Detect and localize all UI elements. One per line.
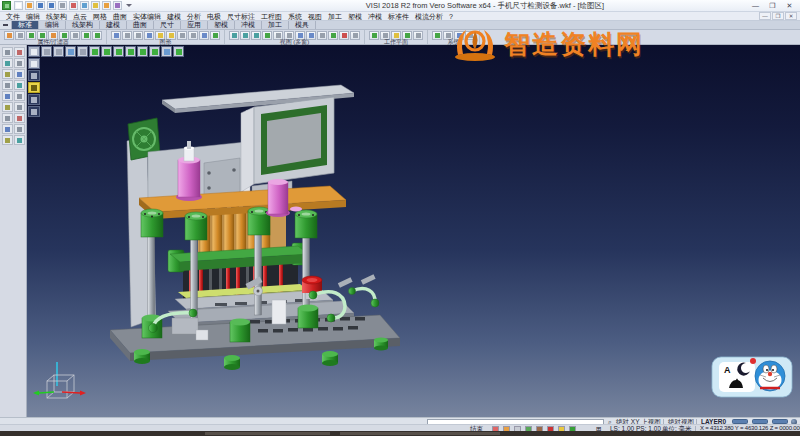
tab-die[interactable]: 冲模 bbox=[235, 21, 262, 29]
wireframe-view-icon[interactable] bbox=[122, 31, 132, 40]
extend-tool-icon[interactable] bbox=[2, 113, 13, 123]
zoom-fit-icon[interactable] bbox=[188, 31, 198, 40]
brush-icon[interactable] bbox=[113, 1, 122, 10]
toolbar-collapse-icon[interactable] bbox=[0, 21, 12, 29]
array-tool-icon[interactable] bbox=[2, 124, 13, 134]
tab-application[interactable]: 应用 bbox=[181, 21, 208, 29]
import-icon[interactable] bbox=[58, 1, 67, 10]
save-icon[interactable] bbox=[36, 1, 45, 10]
mdi-minimize-button[interactable]: — bbox=[759, 12, 771, 20]
graphics-viewport[interactable]: A bbox=[27, 45, 800, 417]
mdi-restore-button[interactable]: ❐ bbox=[772, 12, 784, 20]
clip-plane-icon[interactable] bbox=[339, 31, 349, 40]
measure-icon[interactable] bbox=[28, 94, 40, 105]
wireframe-cube-icon[interactable] bbox=[101, 46, 112, 57]
zoom-cube-icon[interactable] bbox=[173, 46, 184, 57]
rotate-tool-icon[interactable] bbox=[2, 135, 13, 145]
cad-model-assembly[interactable] bbox=[110, 85, 400, 370]
delete-icon[interactable] bbox=[69, 1, 78, 10]
new-file-icon[interactable] bbox=[14, 1, 23, 10]
snap-tool-icon[interactable] bbox=[2, 80, 13, 90]
tab-machining[interactable]: 加工 bbox=[262, 21, 289, 29]
tab-surface[interactable]: 曲面 bbox=[127, 21, 154, 29]
view-front-icon[interactable] bbox=[240, 31, 250, 40]
attribute-icon[interactable] bbox=[4, 31, 14, 40]
pan-icon[interactable] bbox=[199, 31, 209, 40]
info-icon[interactable] bbox=[465, 31, 475, 40]
view-top-icon[interactable] bbox=[229, 31, 239, 40]
view-side-icon[interactable] bbox=[251, 31, 261, 40]
move-tool-icon[interactable] bbox=[2, 69, 13, 79]
annotation-icon[interactable] bbox=[28, 58, 40, 69]
shaded-view-icon[interactable] bbox=[111, 31, 121, 40]
tab-wireframe[interactable]: 线架构 bbox=[66, 21, 100, 29]
cut-tool-icon[interactable] bbox=[14, 47, 25, 57]
top-cube-icon[interactable] bbox=[125, 46, 136, 57]
menu-mold[interactable]: 塑模 bbox=[345, 12, 365, 21]
erase-tool-icon[interactable] bbox=[14, 58, 25, 68]
transparency-icon[interactable] bbox=[144, 31, 154, 40]
workplane-create-icon[interactable] bbox=[369, 31, 379, 40]
measure-tool-icon[interactable] bbox=[2, 58, 13, 68]
close-button[interactable]: ✕ bbox=[781, 0, 798, 11]
rotate-view-icon[interactable] bbox=[210, 31, 220, 40]
maximize-button[interactable]: ❐ bbox=[764, 0, 781, 11]
layer-filter-icon[interactable] bbox=[15, 31, 25, 40]
rotate-cube-icon[interactable] bbox=[161, 46, 172, 57]
redo-icon[interactable] bbox=[102, 1, 111, 10]
undo-icon[interactable] bbox=[91, 1, 100, 10]
mdi-close-button[interactable]: ✕ bbox=[785, 12, 797, 20]
pick-icon[interactable] bbox=[70, 31, 80, 40]
menu-machining[interactable]: 加工 bbox=[325, 12, 345, 21]
trim-tool-icon[interactable] bbox=[14, 80, 25, 90]
tab-modeling[interactable]: 建模 bbox=[100, 21, 127, 29]
fillet-tool-icon[interactable] bbox=[2, 102, 13, 112]
color-filter-icon[interactable] bbox=[26, 31, 36, 40]
view-mode-icon[interactable] bbox=[41, 46, 52, 57]
system-settings-icon[interactable] bbox=[432, 31, 442, 40]
chain-select-icon[interactable] bbox=[81, 31, 91, 40]
tab-standard[interactable]: 标准 bbox=[12, 21, 39, 29]
front-cube-icon[interactable] bbox=[137, 46, 148, 57]
app-logo-icon[interactable] bbox=[2, 1, 11, 10]
open-file-icon[interactable] bbox=[25, 1, 34, 10]
menu-standard-parts[interactable]: 标准件 bbox=[385, 12, 412, 21]
minimize-button[interactable]: — bbox=[747, 0, 764, 11]
view-settings-icon[interactable] bbox=[350, 31, 360, 40]
offset-tool-icon[interactable] bbox=[14, 91, 25, 101]
active-tool-icon[interactable] bbox=[28, 82, 40, 93]
copy-tool-icon[interactable] bbox=[14, 69, 25, 79]
menu-help[interactable]: ? bbox=[446, 12, 456, 21]
iso-cube-icon[interactable] bbox=[113, 46, 124, 57]
hidden-line-icon[interactable] bbox=[133, 31, 143, 40]
compass-icon[interactable] bbox=[80, 1, 89, 10]
layer-panel-icon[interactable] bbox=[53, 46, 64, 57]
chamfer-tool-icon[interactable] bbox=[14, 102, 25, 112]
window-cascade-icon[interactable] bbox=[317, 31, 327, 40]
menu-die[interactable]: 冲模 bbox=[365, 12, 385, 21]
save-all-icon[interactable] bbox=[47, 1, 56, 10]
tab-dimension[interactable]: 尺寸 bbox=[154, 21, 181, 29]
scale-tool-icon[interactable] bbox=[14, 124, 25, 134]
tab-edit[interactable]: 编辑 bbox=[39, 21, 66, 29]
tab-tooling[interactable]: 模具 bbox=[289, 21, 316, 29]
group-tool-icon[interactable] bbox=[14, 135, 25, 145]
zoom-in-icon[interactable] bbox=[177, 31, 187, 40]
camera-icon[interactable] bbox=[77, 46, 88, 57]
box-select-icon[interactable] bbox=[92, 31, 102, 40]
mirror-tool-icon[interactable] bbox=[2, 91, 13, 101]
tab-mold[interactable]: 塑模 bbox=[208, 21, 235, 29]
side-cube-icon[interactable] bbox=[149, 46, 160, 57]
break-tool-icon[interactable] bbox=[14, 113, 25, 123]
qat-dropdown-icon[interactable] bbox=[126, 4, 132, 7]
section-icon[interactable] bbox=[28, 106, 40, 117]
dynamic-rotate-icon[interactable] bbox=[328, 31, 338, 40]
selection-mode-icon[interactable] bbox=[28, 46, 40, 57]
menu-flow-analysis[interactable]: 模流分析 bbox=[412, 12, 446, 21]
view-iso-icon[interactable] bbox=[262, 31, 272, 40]
workplane-reset-icon[interactable] bbox=[413, 31, 423, 40]
shaded-cube-icon[interactable] bbox=[89, 46, 100, 57]
select-tool-icon[interactable] bbox=[2, 47, 13, 57]
clipping-icon[interactable] bbox=[28, 70, 40, 81]
view-list-icon[interactable] bbox=[65, 46, 76, 57]
